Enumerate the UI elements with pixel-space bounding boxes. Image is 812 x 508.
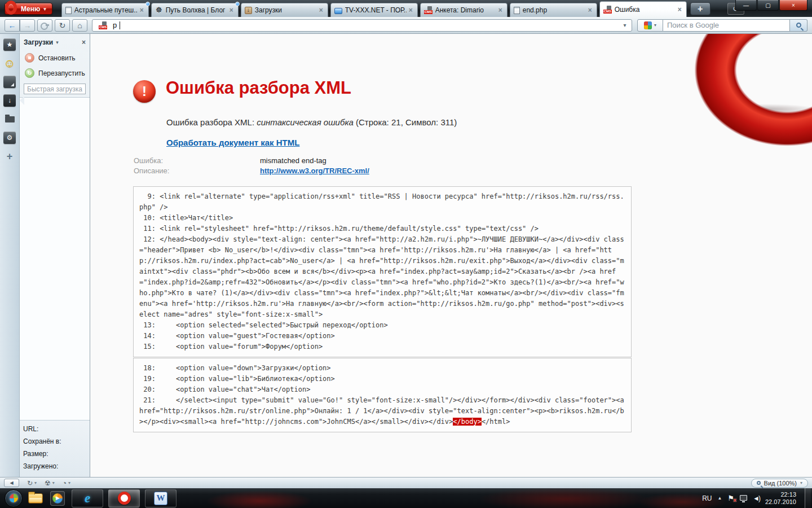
tab-close-icon[interactable]: × [317, 6, 325, 14]
tab-close-icon[interactable]: × [407, 6, 415, 14]
key-icon [41, 23, 49, 28]
tab-label: end.php [523, 6, 586, 14]
zoom-label: Вид (100%) [764, 480, 797, 487]
media-player-taskbar-button[interactable]: ▶ [48, 491, 67, 506]
chevron-down-icon[interactable]: ▾ [56, 40, 59, 45]
bandwidth-control[interactable]: ◔▾ [63, 479, 70, 487]
main-row: ★☺↓⚙+ Загрузки ▾ × Остановить ↻ Перезапу… [0, 34, 812, 477]
windows-flag-icon [10, 493, 18, 503]
code-block-2: 18: <option value="down">Загрузки</optio… [133, 358, 632, 432]
tab-end.php[interactable]: end.php× [510, 3, 597, 17]
word-taskbar-button[interactable]: W [145, 489, 176, 507]
tab-label: Анкета: Dimario [435, 6, 496, 14]
downloads-panel-icon[interactable]: ↓ [3, 94, 16, 107]
tab-анкета:-dimario[interactable]: CMSАнкета: Dimario× [420, 3, 508, 17]
reload-button[interactable]: ↻ [55, 19, 70, 32]
tab-tv-xxx.net---пор...[interactable]: TV-XXX.NET - ПОР...× [330, 3, 418, 17]
ie-taskbar-button[interactable]: e [72, 489, 103, 507]
bookmarks-panel-icon[interactable]: ★ [3, 38, 16, 51]
code-line: 10: <title>Чат</title> [139, 213, 625, 224]
panel-toggle-button[interactable]: ◀ [4, 479, 19, 487]
opera-taskbar-button[interactable] [108, 489, 140, 507]
close-window-button[interactable]: × [779, 0, 807, 11]
cms-favicon: CMS [99, 21, 107, 29]
stop-label: Остановить [38, 54, 76, 62]
word-icon: W [154, 492, 167, 505]
address-bar[interactable]: CMS p ▾ [92, 19, 632, 32]
subtitle-em: синтаксическая ошибка [257, 117, 354, 127]
panel-header: Загрузки ▾ × [20, 34, 90, 50]
quick-download-input[interactable]: Быстрая загрузка [24, 84, 86, 94]
smiley-panel-icon[interactable]: ☺ [3, 57, 16, 69]
tab-close-icon[interactable]: × [676, 6, 684, 14]
downloads-list[interactable] [20, 97, 90, 420]
panel-close-icon[interactable]: × [82, 38, 86, 46]
system-tray: RU ▲ ⚑× ◄) 22:13 22.07.2010 [702, 488, 812, 508]
opera-browser-window: Меню ▾ Астральные путеш...×☸Путь Волхва … [0, 0, 812, 508]
tab-загрузки[interactable]: ↓Загрузки× [241, 3, 328, 17]
address-dropdown-icon[interactable]: ▾ [621, 22, 629, 28]
media-player-icon: ▶ [50, 491, 65, 506]
widgets-panel-icon[interactable]: ⚙ [3, 132, 16, 144]
page-title: Ошибка разбора XML [166, 78, 351, 98]
opera-menu-button[interactable]: Меню ▾ [5, 3, 52, 15]
w3c-spec-link[interactable]: http://www.w3.org/TR/REC-xml/ [260, 167, 369, 175]
stop-download-button[interactable]: Остановить [25, 53, 90, 63]
new-tab-button[interactable]: + [690, 2, 710, 15]
opera-icon [118, 492, 131, 505]
chevron-down-icon: ▾ [800, 480, 802, 485]
folder-panel-icon[interactable] [3, 113, 16, 125]
clock-date: 22.07.2010 [765, 498, 796, 506]
notes-panel-icon[interactable] [3, 76, 16, 88]
tab-label: Путь Волхва | Блог ... [166, 6, 227, 14]
maximize-button[interactable]: ▢ [757, 0, 779, 11]
restart-label: Перезапустить [38, 69, 85, 77]
turbo-control[interactable]: ☢▾ [45, 479, 55, 487]
explorer-taskbar-button[interactable] [27, 493, 45, 503]
minimize-button[interactable]: — [735, 0, 757, 11]
restart-icon: ↻ [25, 68, 34, 78]
search-input[interactable]: Поиск в Google [663, 19, 790, 32]
search-engine-button[interactable]: ▾ [637, 19, 663, 32]
windows-taskbar: ▶ e W RU ▲ ⚑× ◄) 22:13 22.07.2010 [0, 488, 812, 508]
tray-expand-icon[interactable]: ▲ [717, 496, 722, 501]
tab-close-icon[interactable]: × [586, 6, 594, 14]
sync-control[interactable]: ↻▾ [27, 479, 37, 487]
password-manager-button[interactable] [37, 19, 52, 32]
tab-ошибка[interactable]: CMSОшибка× [599, 1, 687, 17]
search-button[interactable] [790, 19, 807, 32]
tab-путь-волхва-|-блог-...[interactable]: ☸Путь Волхва | Блог ...× [151, 3, 239, 17]
forward-button[interactable]: → [20, 19, 35, 32]
add-panel-icon[interactable]: + [3, 150, 16, 163]
tab-close-icon[interactable]: × [138, 6, 146, 14]
download-info-label: URL: [23, 425, 86, 433]
code-block-1: 9: <link rel="alternate" type="applicati… [133, 186, 632, 357]
start-button[interactable] [5, 489, 23, 507]
favicon-glyph: ↓ [247, 7, 250, 14]
language-indicator[interactable]: RU [702, 494, 712, 502]
back-button[interactable]: ← [5, 19, 20, 32]
internet-explorer-icon: e [85, 491, 90, 506]
show-desktop-button[interactable] [805, 488, 811, 508]
notification-dot [235, 2, 240, 6]
triskelion-icon: ☸ [155, 6, 163, 14]
statusbar-quick-icons: ↻▾☢▾◔▾ [19, 479, 70, 487]
downloads-panel: Загрузки ▾ × Остановить ↻ Перезапустить … [20, 34, 90, 477]
tab-close-icon[interactable]: × [227, 6, 236, 14]
tab-close-icon[interactable]: × [496, 6, 505, 14]
restart-download-button[interactable]: ↻ Перезапустить [25, 68, 90, 78]
favicon-glyph: CMS [424, 10, 433, 14]
home-button[interactable]: ⌂ [72, 19, 87, 32]
zoom-control[interactable]: Вид (100%) ▾ [751, 479, 808, 488]
tab-астральные-путеш...[interactable]: Астральные путеш...× [61, 3, 149, 17]
render-as-html-link[interactable]: Обработать документ как HTML [166, 138, 299, 147]
action-center-icon[interactable]: ⚑× [727, 494, 734, 502]
window-controls: — ▢ × [735, 0, 807, 11]
download-info-label: Сохранён в: [23, 437, 86, 445]
volume-icon[interactable]: ◄) [753, 494, 760, 502]
clock[interactable]: 22:13 22.07.2010 [765, 491, 796, 506]
network-icon[interactable] [740, 495, 747, 501]
folder-shape [5, 116, 15, 122]
error-value: mismatched end-tag [260, 156, 326, 165]
tab-label: Астральные путеш... [74, 6, 138, 14]
